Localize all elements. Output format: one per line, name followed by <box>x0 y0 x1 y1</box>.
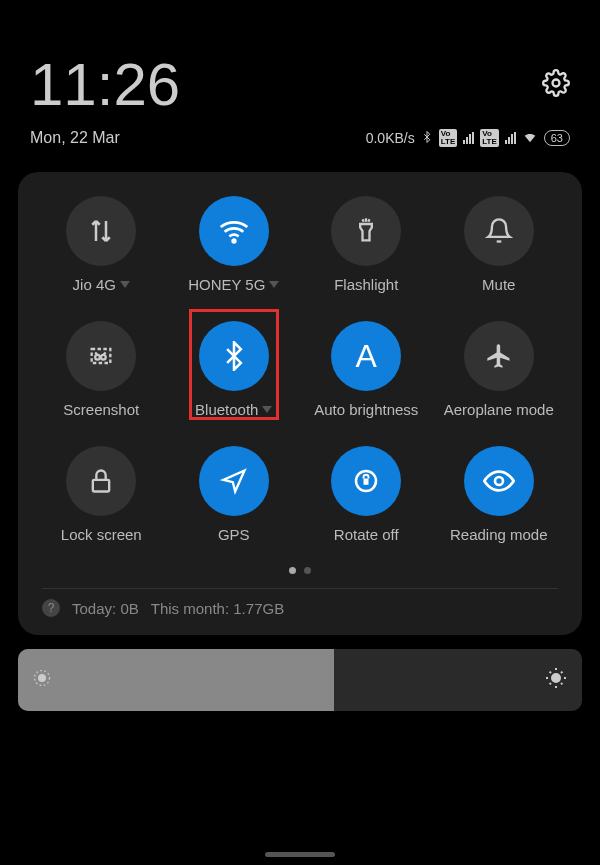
brightness-high-icon <box>544 666 568 694</box>
tile-label: Mute <box>482 276 515 293</box>
rotate-lock-icon <box>331 446 401 516</box>
svg-point-0 <box>553 79 560 86</box>
tile-label: Rotate off <box>334 526 399 543</box>
tile-mobile-data[interactable]: Jio 4G <box>38 196 165 293</box>
chevron-down-icon <box>269 281 279 288</box>
date-label: Mon, 22 Mar <box>30 129 120 147</box>
flashlight-icon <box>331 196 401 266</box>
tile-label: Jio 4G <box>73 276 116 293</box>
tile-label: Aeroplane mode <box>444 401 554 418</box>
month-value: 1.77GB <box>233 600 284 617</box>
brightness-fill <box>18 649 334 711</box>
mobile-data-icon <box>66 196 136 266</box>
signal-icon-2 <box>505 132 516 144</box>
screenshot-icon <box>66 321 136 391</box>
tile-rotate[interactable]: Rotate off <box>303 446 430 543</box>
wifi-status-icon <box>522 130 538 147</box>
tile-mute[interactable]: Mute <box>436 196 563 293</box>
quick-settings-panel: Jio 4G HONEY 5G Flashlight Mute Screensh <box>18 172 582 635</box>
battery-indicator: 63 <box>544 130 570 146</box>
navigation-handle[interactable] <box>265 852 335 857</box>
month-label: This month: <box>151 600 229 617</box>
svg-point-8 <box>495 477 503 485</box>
bluetooth-status-icon <box>421 130 433 147</box>
page-indicator[interactable] <box>28 567 572 574</box>
tile-bluetooth[interactable]: Bluetooth <box>171 321 298 418</box>
today-value: 0B <box>120 600 138 617</box>
tile-lock[interactable]: Lock screen <box>38 446 165 543</box>
help-icon: ? <box>42 599 60 617</box>
bluetooth-icon <box>199 321 269 391</box>
tile-reading[interactable]: Reading mode <box>436 446 563 543</box>
tile-aeroplane[interactable]: Aeroplane mode <box>436 321 563 418</box>
lock-icon <box>66 446 136 516</box>
clock-time: 11:26 <box>30 50 180 119</box>
page-dot <box>304 567 311 574</box>
data-speed-label: 0.0KB/s <box>366 130 415 146</box>
tile-label: GPS <box>218 526 250 543</box>
location-icon <box>199 446 269 516</box>
eye-icon <box>464 446 534 516</box>
svg-point-4 <box>101 355 106 360</box>
chevron-down-icon <box>120 281 130 288</box>
volte-badge-2: VoLTE <box>480 129 499 147</box>
brightness-low-icon <box>32 668 52 692</box>
signal-icon-1 <box>463 132 474 144</box>
tile-label: Reading mode <box>450 526 548 543</box>
chevron-down-icon <box>262 406 272 413</box>
svg-point-11 <box>552 674 560 682</box>
status-bar: 0.0KB/s VoLTE VoLTE 63 <box>366 129 570 147</box>
tile-label: Flashlight <box>334 276 398 293</box>
tile-label: Auto brightness <box>314 401 418 418</box>
svg-rect-5 <box>93 480 109 492</box>
divider <box>42 588 558 589</box>
today-label: Today: <box>72 600 116 617</box>
tile-auto-brightness[interactable]: A Auto brightness <box>303 321 430 418</box>
tile-label: Lock screen <box>61 526 142 543</box>
brightness-slider[interactable] <box>18 649 582 711</box>
bell-icon <box>464 196 534 266</box>
tile-label: Bluetooth <box>195 401 258 418</box>
svg-point-1 <box>232 240 235 243</box>
tile-screenshot[interactable]: Screenshot <box>38 321 165 418</box>
tile-label: HONEY 5G <box>188 276 265 293</box>
svg-point-9 <box>39 675 46 682</box>
tile-label: Screenshot <box>63 401 139 418</box>
page-dot-active <box>289 567 296 574</box>
tile-flashlight[interactable]: Flashlight <box>303 196 430 293</box>
tile-wifi[interactable]: HONEY 5G <box>171 196 298 293</box>
svg-rect-7 <box>364 479 369 485</box>
volte-badge-1: VoLTE <box>439 129 458 147</box>
wifi-icon <box>199 196 269 266</box>
svg-point-3 <box>95 355 100 360</box>
auto-brightness-icon: A <box>331 321 401 391</box>
data-usage-row[interactable]: ? Today: 0B This month: 1.77GB <box>28 599 572 621</box>
tile-gps[interactable]: GPS <box>171 446 298 543</box>
airplane-icon <box>464 321 534 391</box>
settings-button[interactable] <box>542 69 570 101</box>
